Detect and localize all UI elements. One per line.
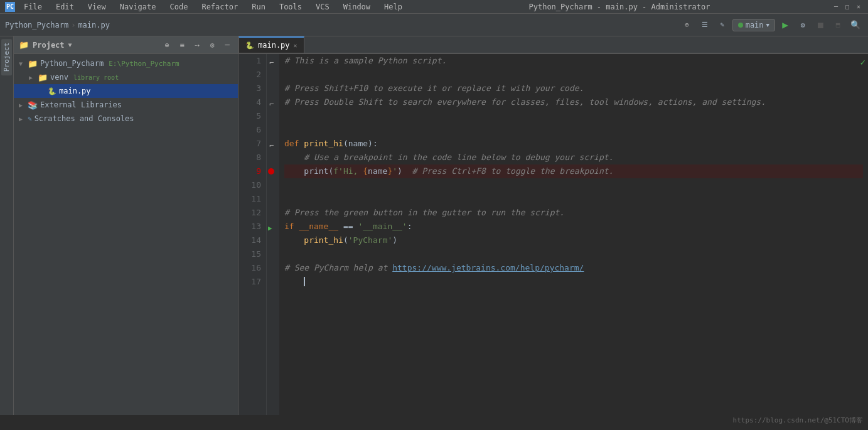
- code-editor[interactable]: 1 2 3 4 5 6 7 8 9 10 11 12 13 14 15 16 1…: [238, 54, 868, 415]
- code-line-7: def print_hi(name):: [284, 137, 863, 151]
- maximize-button[interactable]: □: [843, 3, 852, 11]
- gutter-16: [267, 261, 279, 275]
- gutter-1: ⌐: [267, 54, 279, 68]
- gutter-6: [267, 123, 279, 137]
- code-line-5: [284, 109, 863, 123]
- venv-folder-icon: 📁: [38, 73, 48, 82]
- line-num-16: 16: [238, 261, 261, 275]
- gutter-14: [267, 234, 279, 247]
- line-num-1: 1: [238, 54, 261, 68]
- menu-file[interactable]: File: [19, 1, 47, 13]
- gutter-3: [267, 82, 279, 95]
- venv-label: venv: [50, 73, 68, 82]
- minimize-button[interactable]: ─: [832, 3, 840, 11]
- project-panel-title: Project: [33, 41, 65, 50]
- line-numbers: 1 2 3 4 5 6 7 8 9 10 11 12 13 14 15 16 1…: [238, 54, 267, 415]
- line-num-17: 17: [238, 275, 261, 289]
- menu-view[interactable]: View: [83, 1, 111, 13]
- toolbar: Python_Pycharm › main.py ⊕ ☰ ✎ main ▼ ▶ …: [0, 14, 868, 36]
- menu-edit[interactable]: Edit: [51, 1, 79, 13]
- stop-button[interactable]: ⏹: [813, 18, 828, 33]
- tree-item-main-py[interactable]: 🐍 main.py: [14, 84, 238, 98]
- code-content[interactable]: ✓ # This is a sample Python script. # Pr…: [279, 54, 868, 415]
- line-num-4: 4: [238, 95, 261, 109]
- watermark: https://blog.csdn.net/@51CTO博客: [733, 416, 863, 425]
- line-num-13: 13: [238, 220, 261, 234]
- file-tree: ▼ 📁 Python_Pycharm E:\Python_Pycharm ▶ 📁…: [14, 54, 238, 415]
- project-dropdown-arrow[interactable]: ▼: [68, 41, 72, 48]
- code-line-1: # This is a sample Python script.: [284, 54, 863, 68]
- code-line-16: # See PyCharm help at https://www.jetbra…: [284, 261, 863, 275]
- build-button[interactable]: ⚙: [795, 18, 810, 33]
- gutter-8: [267, 151, 279, 164]
- project-header-icon: 📁: [19, 40, 29, 50]
- root-folder-icon: 📁: [28, 59, 38, 68]
- gutter-17: [267, 275, 279, 289]
- breadcrumb-file[interactable]: main.py: [78, 21, 110, 30]
- menu-run[interactable]: Run: [247, 1, 271, 13]
- project-add-button[interactable]: ⊕: [161, 40, 173, 51]
- expand-arrow-scratch: ▶: [19, 116, 25, 122]
- title-bar: PC File Edit View Navigate Code Refactor…: [0, 0, 868, 14]
- project-panel-header: 📁 Project ▼ ⊕ ≡ ⇢ ⚙ ─: [14, 36, 238, 54]
- project-minimize-button[interactable]: ─: [222, 40, 233, 51]
- menu-navigate[interactable]: Navigate: [115, 1, 161, 13]
- coverage-button[interactable]: ⬒: [830, 18, 845, 33]
- root-path-label: E:\Python_Pycharm: [109, 60, 179, 68]
- list-configs-button[interactable]: ☰: [697, 18, 712, 33]
- tab-main-py[interactable]: 🐍 main.py ✕: [238, 36, 304, 53]
- tab-close-button[interactable]: ✕: [294, 42, 297, 49]
- search-everywhere-button[interactable]: 🔍: [848, 18, 863, 33]
- main-py-label: main.py: [59, 87, 91, 95]
- tree-item-scratches[interactable]: ▶ ✎ Scratches and Consoles: [14, 112, 238, 126]
- tree-item-venv[interactable]: ▶ 📁 venv library root: [14, 70, 238, 84]
- project-settings-button[interactable]: ⚙: [206, 40, 218, 51]
- line-num-6: 6: [238, 123, 261, 137]
- gutter-9: [267, 164, 279, 178]
- line-num-9: 9: [238, 164, 261, 178]
- run-configuration[interactable]: main ▼: [732, 19, 775, 31]
- expand-arrow-venv: ▶: [29, 74, 35, 81]
- editor-area: 🐍 main.py ✕ 1 2 3 4 5 6 7 8 9 10 11 12 1…: [238, 36, 868, 415]
- new-config-button[interactable]: ⊕: [680, 18, 695, 33]
- project-autoscroll-button[interactable]: ⇢: [191, 40, 203, 51]
- tab-py-icon: 🐍: [245, 41, 254, 50]
- gutter-12: [267, 206, 279, 220]
- code-line-4: # Press Double Shift to search everywher…: [284, 95, 863, 109]
- code-line-15: [284, 247, 863, 261]
- code-line-8: # Use a breakpoint in the code line belo…: [284, 151, 863, 164]
- gutter-13: ▶: [267, 220, 279, 234]
- breadcrumb-separator: ›: [71, 21, 75, 30]
- menu-refactor[interactable]: Refactor: [196, 1, 243, 13]
- breadcrumb-project[interactable]: Python_Pycharm: [5, 21, 68, 30]
- menu-code[interactable]: Code: [165, 1, 193, 13]
- line-num-12: 12: [238, 206, 261, 220]
- menu-tools[interactable]: Tools: [274, 1, 307, 13]
- line-num-7: 7: [238, 137, 261, 151]
- run-config-label: main: [746, 21, 764, 30]
- close-button[interactable]: ✕: [854, 3, 863, 11]
- menu-help[interactable]: Help: [379, 1, 407, 13]
- main-layout: Project 📁 Project ▼ ⊕ ≡ ⇢ ⚙ ─ ▼ 📁 Python…: [0, 36, 868, 415]
- menu-window[interactable]: Window: [338, 1, 375, 13]
- line-num-5: 5: [238, 109, 261, 123]
- project-scope-button[interactable]: ≡: [176, 40, 188, 51]
- ext-libs-label: External Libraries: [40, 100, 122, 109]
- edit-config-button[interactable]: ✎: [715, 18, 730, 33]
- tree-item-external-libs[interactable]: ▶ 📚 External Libraries: [14, 98, 238, 112]
- code-line-9: print(f'Hi, {name}') # Press Ctrl+F8 to …: [284, 164, 863, 178]
- title-bar-left: PC File Edit View Navigate Code Refactor…: [5, 1, 407, 13]
- line-num-2: 2: [238, 68, 261, 82]
- expand-arrow-root: ▼: [19, 60, 25, 67]
- run-button[interactable]: ▶: [778, 18, 793, 33]
- gutter-11: [267, 192, 279, 206]
- menu-vcs[interactable]: VCS: [311, 1, 335, 13]
- editor-tabs: 🐍 main.py ✕: [238, 36, 868, 54]
- gutter-15: [267, 247, 279, 261]
- code-line-10: [284, 178, 863, 192]
- tree-item-root[interactable]: ▼ 📁 Python_Pycharm E:\Python_Pycharm: [14, 56, 238, 70]
- scratches-label: Scratches and Consoles: [35, 114, 134, 123]
- breakpoint-dot[interactable]: [268, 168, 274, 175]
- project-tab[interactable]: Project: [1, 39, 12, 75]
- code-line-17: [284, 275, 863, 289]
